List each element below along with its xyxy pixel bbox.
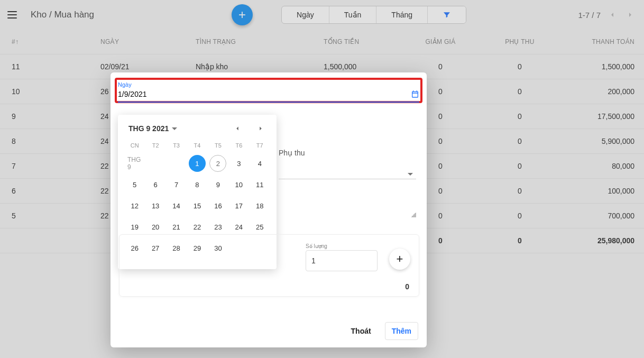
calendar-day[interactable]: 23 [209, 218, 226, 235]
qty-label: Số lượng [306, 243, 378, 249]
calendar-day[interactable]: 9 [209, 176, 226, 193]
calendar-prev-month[interactable] [231, 122, 244, 135]
surcharge-select[interactable] [279, 161, 416, 179]
calendar-day[interactable]: 5 [126, 176, 143, 193]
date-input[interactable] [118, 90, 411, 98]
calendar-day[interactable]: 1 [189, 155, 206, 172]
calendar-day[interactable]: 7 [168, 176, 185, 193]
calendar-month-select[interactable]: THG 9 2021 [128, 124, 177, 133]
calendar-day[interactable]: 15 [189, 197, 206, 214]
dropdown-icon [172, 127, 177, 130]
surcharge-label: Phụ thu [279, 149, 305, 157]
calendar-dow: T4 [187, 140, 207, 151]
calendar-day[interactable]: 8 [189, 176, 206, 193]
add-purchase-dialog: Ngày THG 9 2021 CNT2T3T4T5T6T7THG 912345… [111, 72, 427, 347]
calendar-day[interactable]: 4 [251, 155, 268, 172]
date-field-label: Ngày [118, 81, 419, 88]
calendar-day[interactable]: 14 [168, 197, 185, 214]
calendar-icon[interactable] [411, 90, 419, 98]
calendar-dow: T6 [228, 140, 249, 151]
calendar-day[interactable]: 16 [209, 197, 226, 214]
calendar-day[interactable]: 25 [251, 218, 268, 235]
qty-input[interactable]: 1 [306, 250, 378, 271]
calendar-day[interactable]: 18 [251, 197, 268, 214]
calendar-day[interactable]: 20 [147, 218, 164, 235]
line-total: 0 [405, 282, 409, 291]
calendar-day[interactable]: 19 [126, 218, 143, 235]
calendar-dow: T7 [250, 140, 270, 151]
chevron-down-icon [408, 173, 413, 176]
calendar-day[interactable]: 13 [147, 197, 164, 214]
calendar-day[interactable]: 24 [231, 218, 247, 235]
dialog-add-button[interactable]: Thêm [385, 322, 418, 340]
calendar-month-short: THG 9 [124, 155, 145, 172]
calendar-dow: T5 [208, 140, 228, 151]
calendar-dow: T3 [166, 140, 187, 151]
calendar-day[interactable]: 12 [126, 197, 143, 214]
dialog-exit-button[interactable]: Thoát [345, 323, 378, 339]
calendar-day[interactable]: 11 [251, 176, 268, 193]
calendar-day[interactable]: 10 [231, 176, 247, 193]
calendar-day[interactable]: 21 [168, 218, 185, 235]
calendar-day[interactable]: 17 [231, 197, 247, 214]
note-textarea[interactable] [279, 186, 416, 217]
calendar-next-month[interactable] [254, 122, 267, 135]
calendar-day[interactable]: 3 [231, 155, 247, 172]
calendar-day[interactable]: 22 [189, 218, 206, 235]
calendar-dow: T2 [145, 140, 165, 151]
calendar-dow: CN [124, 140, 145, 151]
calendar-day[interactable]: 6 [147, 176, 164, 193]
add-line-button[interactable]: + [389, 249, 410, 270]
line-item-card: Số lượng 1 + 0 [119, 234, 419, 297]
calendar-day[interactable]: 2 [209, 155, 226, 172]
